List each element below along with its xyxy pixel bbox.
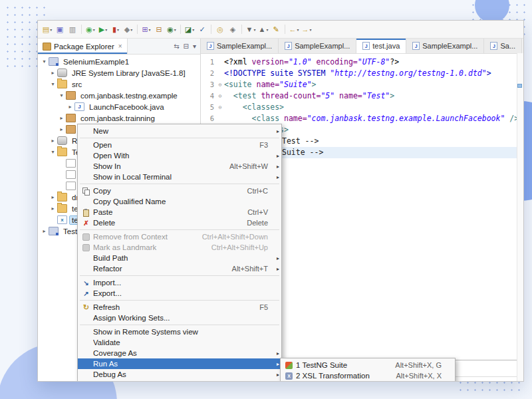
tree-item-seleniumexample1[interactable]: ▾SeleniumExample1 xyxy=(38,56,200,67)
menu-item-icon-column xyxy=(282,362,296,369)
menu-item-remove-from-context[interactable]: Remove from ContextCtrl+Alt+Shift+Down xyxy=(78,231,281,242)
expand-arrow-icon[interactable]: ▸ xyxy=(49,138,57,144)
expand-arrow-icon[interactable]: ▾ xyxy=(41,59,48,65)
menu-item-copy[interactable]: CopyCtrl+C xyxy=(78,186,281,196)
menu-item-build-path[interactable]: Build Path▸ xyxy=(78,253,281,263)
menu-item-open-with[interactable]: Open With▸ xyxy=(78,150,281,161)
menu-item-new[interactable]: New▸ xyxy=(78,126,281,136)
menu-item-delete[interactable]: ✗DeleteDelete xyxy=(78,217,281,228)
menu-item-paste[interactable]: PasteCtrl+V xyxy=(78,207,281,217)
search-icon[interactable]: ◎ xyxy=(214,23,226,35)
submenu-arrow-icon: ▸ xyxy=(272,361,279,367)
submenu-arrow-icon: ▸ xyxy=(272,255,279,261)
expand-arrow-icon[interactable]: ▸ xyxy=(58,126,65,132)
tree-item-launchfacebook-java[interactable]: ▸JLaunchFacebook.java xyxy=(38,101,200,112)
menu-item-import[interactable]: ↘Import... xyxy=(78,277,281,288)
next-annotation-icon[interactable]: ▼▾ xyxy=(245,23,257,35)
dropdown-arrow-icon: ▾ xyxy=(266,27,268,32)
expand-arrow-icon[interactable]: ▾ xyxy=(49,149,57,155)
last-edit-location-icon[interactable]: ✎ xyxy=(270,23,282,35)
run-glyph: ▶ xyxy=(99,25,104,34)
debug-icon[interactable]: ◉▾ xyxy=(84,23,96,35)
menu-item-label: Open xyxy=(93,141,253,149)
menu-item-1-testng-suite[interactable]: 1 TestNG SuiteAlt+Shift+X, G xyxy=(281,360,455,370)
menu-item-refresh[interactable]: ↻RefreshF5 xyxy=(78,302,281,313)
code-line: 4⊖ <test thread-count="5" name="Test"> xyxy=(201,90,523,102)
menu-item-2-xsl-transformation[interactable]: X2 XSL TransformationAlt+Shift+X, X xyxy=(281,370,455,381)
task-icon[interactable]: ✓ xyxy=(196,23,208,35)
dropdown-arrow-icon: ▾ xyxy=(117,27,119,32)
save-icon[interactable]: ▣ xyxy=(54,23,66,35)
menu-item-open[interactable]: OpenF3 xyxy=(78,140,281,150)
dropdown-arrow-icon: ▾ xyxy=(130,27,132,32)
menu-item-run-as[interactable]: Run As▸ xyxy=(78,358,281,369)
view-menu-icon[interactable]: ▾ xyxy=(193,43,196,50)
run-as-submenu: 1 TestNG SuiteAlt+Shift+X, GX2 XSL Trans… xyxy=(280,358,456,382)
expand-arrow-icon[interactable]: ▸ xyxy=(49,70,57,76)
menu-item-icon-column: ↘ xyxy=(79,279,93,287)
code-segment: > xyxy=(487,68,491,78)
menu-separator xyxy=(80,325,279,325)
editor-tab-sampleexampl[interactable]: JSampleExampl... xyxy=(406,39,484,53)
editor-tab-sampleexampl[interactable]: JSampleExampl... xyxy=(279,39,356,53)
menu-item-mark-as-landmark[interactable]: Mark as LandmarkCtrl+Alt+Shift+Up xyxy=(78,242,281,253)
link-with-editor-icon[interactable]: ⇆ xyxy=(174,43,179,50)
expand-arrow-icon[interactable]: ▾ xyxy=(49,81,57,87)
folder-icon xyxy=(57,204,67,213)
code-line: 6 <class name="com.janbask.testng.exampl… xyxy=(201,113,523,124)
coverage-icon[interactable]: ▮▾ xyxy=(110,23,122,35)
menu-item-refactor[interactable]: RefactorAlt+Shift+T▸ xyxy=(78,263,281,274)
expand-arrow-icon[interactable]: ▸ xyxy=(66,104,74,110)
menu-item-debug-as[interactable]: Debug As▸ xyxy=(78,369,281,380)
new-wizard-icon[interactable]: ▤▾ xyxy=(41,23,53,35)
menu-item-assign-working-sets[interactable]: Assign Working Sets... xyxy=(78,313,281,323)
external-tools-icon[interactable]: ◆▾ xyxy=(122,23,134,35)
tree-item-src[interactable]: ▾src xyxy=(38,78,200,90)
print-icon[interactable]: ▥ xyxy=(66,23,78,35)
new-package-glyph: ⊟ xyxy=(156,25,162,34)
previous-annotation-icon[interactable]: ▲▾ xyxy=(257,23,269,35)
back-icon[interactable]: ←▾ xyxy=(288,23,300,35)
editor-tab-test-java[interactable]: Jtest.java xyxy=(356,39,406,53)
menu-item-copy-qualified-name[interactable]: Copy Qualified Name xyxy=(78,196,281,207)
java-file-icon: J xyxy=(490,42,497,50)
menu-item-show-in[interactable]: Show InAlt+Shift+W▸ xyxy=(78,161,281,172)
expand-arrow-icon[interactable]: ▸ xyxy=(49,194,57,200)
tree-item-com-janbask-trainning[interactable]: ▸com.janbask.trainning xyxy=(38,112,200,124)
menu-separator xyxy=(80,275,279,276)
open-element-icon[interactable]: ◈ xyxy=(227,23,239,35)
menu-item-export[interactable]: ↗Export... xyxy=(78,288,281,299)
folder-icon xyxy=(57,193,67,201)
fold-marker-icon[interactable]: ⊖ xyxy=(216,79,224,90)
expand-arrow-icon[interactable]: ▸ xyxy=(49,205,57,211)
editor-tab-sampleexampl[interactable]: JSampleExampl... xyxy=(201,39,279,53)
close-view-icon[interactable]: × xyxy=(118,43,122,50)
fold-marker-icon[interactable]: ⊖ xyxy=(216,102,224,113)
tree-item-jre-system-library-javase-1-8[interactable]: ▸JRE System Library [JavaSE-1.8] xyxy=(38,67,200,78)
fold-marker-icon[interactable]: ⊖ xyxy=(216,90,224,102)
menu-item-shortcut: Ctrl+Alt+Shift+Down xyxy=(202,233,268,241)
expand-arrow-icon[interactable]: ▸ xyxy=(58,115,65,121)
new-package-icon[interactable]: ⊟ xyxy=(153,23,165,35)
menu-item-show-in-local-terminal[interactable]: Show in Local Terminal▸ xyxy=(78,172,281,182)
new-junit-test-icon[interactable]: ◪▾ xyxy=(184,23,196,35)
tree-item-com-janbask-testng-example[interactable]: ▾com.janbask.testng.example xyxy=(38,90,200,101)
menu-item-validate[interactable]: Validate xyxy=(78,337,281,348)
import-icon: ↘ xyxy=(83,279,88,287)
expand-arrow-icon[interactable]: ▸ xyxy=(41,228,48,234)
overview-ruler[interactable] xyxy=(517,53,523,381)
new-class-icon[interactable]: ◉▾ xyxy=(166,23,178,35)
context-menu: New▸OpenF3Open With▸Show InAlt+Shift+W▸S… xyxy=(77,124,282,382)
open-element-glyph: ◈ xyxy=(230,25,235,34)
menu-item-show-in-remote-systems-view[interactable]: Show in Remote Systems view xyxy=(78,327,281,337)
collapse-all-icon[interactable]: ⊟ xyxy=(184,43,189,50)
menu-item-shortcut: Delete xyxy=(247,219,268,227)
expand-arrow-icon[interactable]: ▾ xyxy=(58,92,65,98)
next-annotation-glyph: ▼ xyxy=(246,25,253,33)
package-explorer-tab[interactable]: Package Explorer × xyxy=(38,39,128,54)
new-java-project-icon[interactable]: ⊞▾ xyxy=(140,23,152,35)
menu-item-coverage-as[interactable]: Coverage As▸ xyxy=(78,348,281,358)
forward-icon[interactable]: →▾ xyxy=(301,23,313,35)
editor-tab-sa[interactable]: JSa... xyxy=(484,39,522,53)
run-icon[interactable]: ▶▾ xyxy=(97,23,109,35)
